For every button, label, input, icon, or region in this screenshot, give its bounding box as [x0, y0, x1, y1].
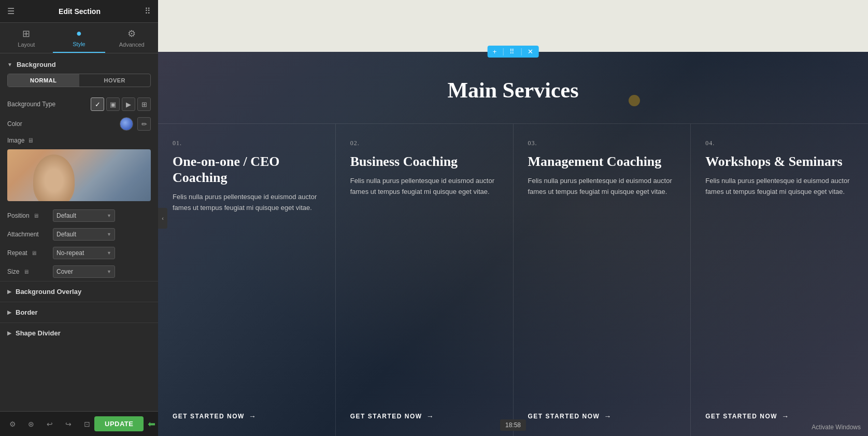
style-icon: ● [76, 28, 82, 39]
repeat-select[interactable]: No-repeat ▼ [53, 247, 115, 259]
service-cta-2[interactable]: GET STARTED NOW → [350, 412, 499, 420]
redo-footer-icon[interactable]: ↪ [61, 417, 76, 431]
panel-header: ☰ Edit Section ⠿ [0, 0, 158, 23]
color-pen-btn[interactable]: ✏ [137, 117, 151, 131]
grid-dots-icon[interactable]: ⠿ [145, 6, 151, 16]
bg-type-video-icon[interactable]: ▶ [122, 97, 135, 111]
tab-advanced[interactable]: ⚙ Advanced [105, 23, 158, 53]
tab-style-label: Style [73, 41, 85, 47]
panel-title: Edit Section [59, 7, 101, 16]
bg-type-gradient-icon[interactable]: ▣ [106, 97, 120, 111]
panel-header-icons: ⠿ [145, 6, 151, 16]
left-panel: ☰ Edit Section ⠿ ⊞ Layout ● Style ⚙ Adva… [0, 0, 158, 436]
cursor-pointer [629, 95, 640, 106]
border-section[interactable]: ▶ Border [0, 302, 158, 322]
layers-footer-icon[interactable]: ⊛ [24, 417, 38, 431]
repeat-row: Repeat 🖥 No-repeat ▼ [0, 244, 158, 262]
shape-divider-arrow-icon: ▶ [7, 330, 11, 336]
background-section-header[interactable]: ▼ Background [0, 53, 158, 74]
toolbar-divider-2 [521, 48, 521, 55]
service-card-1: 01. One-on-one / CEO Coaching Felis null… [158, 124, 336, 436]
service-desc-3: Felis nulla purus pellentesque id euismo… [528, 176, 676, 406]
attachment-select[interactable]: Default ▼ [53, 228, 115, 241]
repeat-label: Repeat 🖥 [7, 249, 49, 257]
toolbar-move-btn[interactable]: ⠿ [507, 47, 517, 57]
position-select[interactable]: Default ▼ [53, 209, 115, 222]
toolbar-add-btn[interactable]: + [491, 47, 499, 57]
tab-layout[interactable]: ⊞ Layout [0, 23, 53, 53]
service-card-3: 03. Management Coaching Felis nulla puru… [514, 124, 691, 436]
panel-footer: ⚙ ⊛ ↩ ↪ ⊡ UPDATE ⬅ [0, 411, 158, 436]
attachment-select-arrow: ▼ [107, 232, 111, 237]
toolbar-divider [503, 48, 503, 55]
service-cta-arrow-3: → [604, 412, 612, 420]
service-desc-1: Felis nulla purus pellentesque id euismo… [173, 192, 321, 406]
service-num-3: 03. [528, 139, 676, 147]
background-overlay-section[interactable]: ▶ Background Overlay [0, 281, 158, 302]
bg-type-slideshow-icon[interactable]: ⊞ [137, 97, 151, 111]
attachment-row: Attachment Default ▼ [0, 225, 158, 244]
background-arrow-icon: ▼ [7, 62, 12, 67]
hamburger-icon[interactable]: ☰ [7, 6, 15, 16]
position-row: Position 🖥 Default ▼ [0, 206, 158, 225]
service-title-2: Business Coaching [350, 153, 499, 170]
size-row: Size 🖥 Cover ▼ [0, 262, 158, 281]
undo-footer-icon[interactable]: ↩ [42, 417, 57, 431]
hover-toggle-btn[interactable]: HOVER [79, 74, 151, 87]
shape-divider-label: Shape Divider [16, 329, 61, 337]
tab-layout-label: Layout [18, 41, 35, 48]
size-responsive-icon: 🖥 [23, 269, 29, 275]
service-card-2: 02. Business Coaching Felis nulla purus … [336, 124, 514, 436]
panel-tabs: ⊞ Layout ● Style ⚙ Advanced [0, 23, 158, 53]
normal-toggle-btn[interactable]: NORMAL [8, 74, 79, 87]
advanced-icon: ⚙ [127, 28, 136, 39]
image-label-row: Image 🖥 [0, 134, 158, 147]
bg-type-icons: ✓ ▣ ▶ ⊞ [91, 97, 151, 111]
color-row: Color ✏ [0, 114, 158, 134]
service-cta-3[interactable]: GET STARTED NOW → [528, 412, 676, 420]
border-arrow-icon: ▶ [7, 310, 11, 315]
border-label: Border [16, 308, 38, 316]
image-preview[interactable] [7, 149, 151, 201]
service-cta-arrow-2: → [426, 412, 435, 420]
image-responsive-icon: 🖥 [27, 137, 34, 144]
color-label: Color [7, 120, 49, 128]
service-cta-arrow-4: → [781, 412, 790, 420]
services-title: Main Services [158, 52, 868, 123]
service-cta-1[interactable]: GET STARTED NOW → [173, 412, 321, 420]
service-title-4: Workshops & Seminars [705, 153, 853, 170]
tab-style[interactable]: ● Style [53, 23, 106, 53]
layout-icon: ⊞ [22, 28, 30, 39]
tab-advanced-label: Advanced [119, 41, 145, 48]
color-globe-btn[interactable] [120, 117, 133, 131]
size-select[interactable]: Cover ▼ [53, 265, 115, 278]
panel-body: ▼ Background NORMAL HOVER Background Typ… [0, 53, 158, 411]
position-label: Position 🖥 [7, 212, 49, 219]
services-content: Main Services 01. One-on-one / CEO Coach… [158, 52, 868, 436]
settings-footer-icon[interactable]: ⚙ [5, 417, 20, 431]
normal-hover-toggle: NORMAL HOVER [7, 74, 151, 87]
services-grid: 01. One-on-one / CEO Coaching Felis null… [158, 123, 868, 436]
update-arrow-indicator: ⬅ [148, 418, 155, 430]
background-image-thumbnail [7, 149, 151, 201]
position-responsive-icon: 🖥 [33, 213, 39, 219]
bg-type-solid-icon[interactable]: ✓ [91, 97, 104, 111]
background-overlay-label: Background Overlay [16, 288, 81, 296]
update-button[interactable]: UPDATE [94, 416, 144, 431]
responsive-footer-icon[interactable]: ⊡ [80, 417, 94, 431]
service-desc-2: Felis nulla purus pellentesque id euismo… [350, 176, 499, 406]
service-num-2: 02. [350, 139, 499, 147]
size-select-arrow: ▼ [107, 269, 111, 274]
toolbar-close-btn[interactable]: ✕ [525, 47, 535, 57]
service-cta-4[interactable]: GET STARTED NOW → [705, 412, 853, 420]
time-display: 18:58 [500, 419, 526, 431]
panel-collapse-handle[interactable]: ‹ [158, 208, 167, 229]
section-toolbar: + ⠿ ✕ [488, 46, 539, 58]
footer-icons: ⚙ ⊛ ↩ ↪ ⊡ [5, 417, 94, 431]
shape-divider-section[interactable]: ▶ Shape Divider [0, 322, 158, 343]
image-label: Image 🖥 [7, 137, 49, 144]
overlay-arrow-icon: ▶ [7, 289, 11, 294]
background-label: Background [17, 61, 56, 68]
size-label: Size 🖥 [7, 268, 49, 275]
position-select-arrow: ▼ [107, 213, 111, 218]
